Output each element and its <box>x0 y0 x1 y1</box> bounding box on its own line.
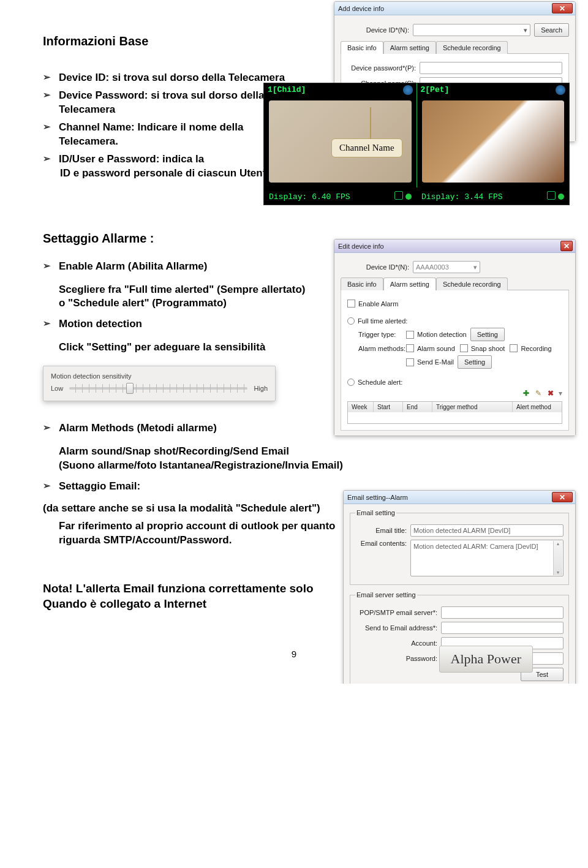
add-icon[interactable]: ✚ <box>522 389 530 398</box>
schedule-alert-label: Schedule alert: <box>358 379 402 386</box>
panel-motion-sensitivity: Motion detection sensitivity Low High <box>43 366 276 401</box>
title-text: Add device info <box>338 5 384 12</box>
col-start: Start <box>374 402 403 412</box>
sensitivity-low-label: Low <box>51 385 63 392</box>
scroll-up-icon[interactable]: ▴ <box>557 541 559 546</box>
setting-button[interactable]: Setting <box>458 355 492 369</box>
tab-schedule-recording[interactable]: Schedule recording <box>436 41 508 54</box>
smtp-server-field[interactable] <box>441 606 564 619</box>
device-id-dropdown[interactable]: AAAA0003 ▾ <box>413 261 480 273</box>
bullet-id-user-password: ID/User e Password: indica la ID e passw… <box>43 151 300 183</box>
fps-1: Display: 6.40 FPS <box>269 192 350 202</box>
bullet-settaggio-email: Settaggio Email: <box>43 478 374 496</box>
col-alert-method: Alert method <box>513 402 562 412</box>
sub-outlook-ref: Far riferimento al proprio account di ou… <box>43 518 374 553</box>
sensitivity-high-label: High <box>254 385 268 392</box>
trigger-type-label: Trigger type: <box>358 331 406 338</box>
tab-schedule-recording[interactable]: Schedule recording <box>436 277 508 290</box>
scroll-down-icon[interactable]: ▾ <box>557 570 559 575</box>
tab-basic-info[interactable]: Basic info <box>341 41 383 54</box>
fps-2: Display: 3.44 FPS <box>421 192 503 202</box>
group-email-server: Email server setting <box>355 591 417 598</box>
brand-badge: Alpha Power <box>439 646 533 673</box>
setting-button[interactable]: Setting <box>470 328 505 341</box>
globe-icon <box>403 85 413 95</box>
email-title-label: Email title: <box>355 527 410 534</box>
device-id-dropdown[interactable]: ▾ <box>413 24 530 36</box>
send-to-field[interactable] <box>441 622 564 634</box>
bullet-enable-alarm: Enable Alarm (Abilita Allarme) <box>43 258 300 276</box>
col-trigger-method: Trigger method <box>432 402 513 412</box>
record-dot-icon[interactable] <box>405 194 412 200</box>
close-icon[interactable]: ✕ <box>552 492 573 502</box>
device-password-label: Device password*(P): <box>347 64 420 72</box>
sub-full-time-alerted: Scegliere fra "Full time alerted" (Sempr… <box>43 282 306 316</box>
radio-full-time-alerted[interactable] <box>347 317 355 325</box>
bullet-motion-detection: Motion detection <box>43 315 300 333</box>
edit-icon[interactable]: ✎ <box>534 389 543 398</box>
cam1-label: 1[Child] <box>268 85 306 94</box>
account-label: Account: <box>355 640 441 647</box>
send-to-label: Send to Email address*: <box>355 624 441 632</box>
bullet-device-password: Device Password: si trova sul dorso dell… <box>43 87 300 119</box>
bullet-alarm-methods: Alarm Methods (Metodi allarme) <box>43 420 374 437</box>
email-contents-label: Email contents: <box>355 540 410 547</box>
device-id-label: Device ID*(N): <box>341 26 413 34</box>
search-button[interactable]: Search <box>534 23 569 37</box>
tab-alarm-setting[interactable]: Alarm setting <box>383 41 436 54</box>
device-id-label: Device ID*(N): <box>341 263 413 271</box>
checkbox-enable-alarm[interactable] <box>347 300 355 308</box>
checkbox-motion-detection[interactable] <box>406 331 414 339</box>
cam2-video-placeholder <box>422 100 565 183</box>
checkbox-send-email[interactable] <box>406 358 414 366</box>
note-schedule-alert: (da settare anche se si usa la modalità … <box>43 502 368 516</box>
enable-alarm-label: Enable Alarm <box>358 300 398 308</box>
panel-camera-monitor: 1[Child] 2[Pet] Channel Name Display: 6.… <box>263 83 570 205</box>
schedule-table: Week Start End Trigger method Alert meth… <box>347 401 562 424</box>
titlebar-edit-device: Edit device info ✕ <box>334 240 575 253</box>
close-icon[interactable]: ✕ <box>560 241 573 251</box>
email-title-field[interactable]: Motion detected ALARM [DevID] <box>410 524 564 537</box>
bullet-device-id: Device ID: si trova sul dorso della Tele… <box>43 69 300 87</box>
nota-block: Nota! L'allerta Email funziona correttam… <box>43 581 325 612</box>
radio-schedule-alert[interactable] <box>347 379 355 386</box>
slider-thumb[interactable] <box>126 383 134 394</box>
alarm-methods-label: Alarm methods: <box>358 345 406 352</box>
sub-click-setting: Click "Setting" per adeguare la sensibil… <box>43 339 306 360</box>
snapshot-icon[interactable] <box>547 191 556 200</box>
checkbox-alarm-sound[interactable] <box>406 344 414 352</box>
bullet-channel-name: Channel Name: Indicare il nome della Tel… <box>43 119 300 151</box>
sub-alarm-methods: Alarm sound/Snap shot/Recording/Send Ema… <box>43 443 374 478</box>
titlebar-add-device: Add device info ✕ <box>334 2 575 15</box>
callout-channel-name: Channel Name <box>331 138 402 157</box>
title-text: Email setting--Alarm <box>347 494 408 501</box>
sensitivity-title: Motion detection sensitivity <box>51 372 268 380</box>
tab-alarm-setting[interactable]: Alarm setting <box>383 277 436 290</box>
snapshot-icon[interactable] <box>394 191 403 200</box>
email-contents-field[interactable]: Motion detected ALARM: Camera [DevID] ▴ … <box>410 540 564 576</box>
checkbox-snap-shoot[interactable] <box>460 344 468 352</box>
camera-feed-2: 2[Pet] <box>417 83 570 187</box>
record-dot-icon[interactable] <box>558 194 564 200</box>
title-text: Edit device info <box>338 243 384 250</box>
globe-icon <box>556 85 565 95</box>
cam2-label: 2[Pet] <box>421 85 450 94</box>
panel-edit-device-info: Edit device info ✕ Device ID*(N): AAAA00… <box>334 239 576 436</box>
full-time-label: Full time alerted: <box>358 317 407 325</box>
motion-detection-label: Motion detection <box>417 331 467 338</box>
col-end: End <box>403 402 432 412</box>
password-label: Password: <box>355 655 441 662</box>
delete-icon[interactable]: ✖ <box>546 389 555 398</box>
smtp-server-label: POP/SMTP email server*: <box>355 609 441 616</box>
sensitivity-slider[interactable] <box>69 387 247 390</box>
col-week: Week <box>348 402 374 412</box>
device-password-field[interactable] <box>420 62 562 74</box>
camera-feed-1: 1[Child] <box>264 83 417 187</box>
tab-basic-info[interactable]: Basic info <box>341 277 383 290</box>
group-email-setting: Email setting <box>355 509 396 516</box>
titlebar-email-setting: Email setting--Alarm ✕ <box>344 491 575 504</box>
checkbox-recording[interactable] <box>510 344 518 352</box>
close-icon[interactable]: ✕ <box>552 3 573 13</box>
